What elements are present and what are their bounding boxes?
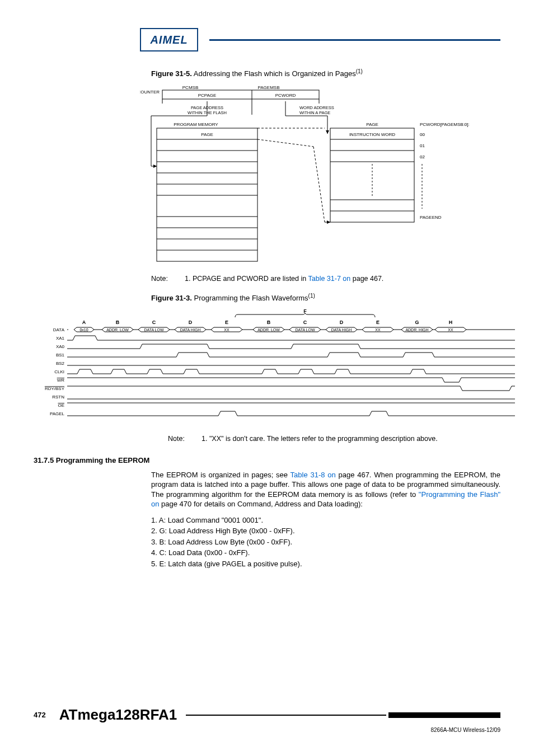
figure-31-3-title: Programming the Flash Waveforms: [192, 294, 308, 303]
figure-31-5-caption: Figure 31-5. Addressing the Flash which …: [151, 68, 500, 78]
figure-31-5-note: Note: 1. PCPAGE and PCWORD are listed in…: [151, 275, 500, 283]
svg-marker-27: [153, 165, 157, 168]
svg-text:DATA HIGH: DATA HIGH: [180, 327, 201, 331]
svg-text:XX: XX: [448, 327, 453, 331]
svg-text:PCMSB: PCMSB: [182, 85, 198, 90]
svg-text:G: G: [415, 320, 419, 325]
svg-text:PCWORD[PAGEMSB:0]:: PCWORD[PAGEMSB:0]:: [420, 122, 470, 127]
document-id: 8266A-MCU Wireless-12/09: [34, 727, 500, 733]
svg-text:00: 00: [420, 132, 425, 137]
svg-line-33: [313, 147, 325, 222]
svg-text:DATA: DATA: [53, 327, 65, 332]
svg-text:XA0: XA0: [56, 344, 65, 349]
page-footer: 472 ATmega128RFA1 8266A-MCU Wireless-12/…: [34, 706, 500, 733]
svg-text:INSTRUCTION WORD: INSTRUCTION WORD: [349, 132, 395, 137]
svg-text:PCWORD: PCWORD: [275, 93, 296, 98]
svg-text:PAGE: PAGE: [201, 132, 213, 137]
svg-text:PAGE: PAGE: [366, 122, 378, 127]
figure-31-3-diagram: F ABCDEBCDEGH DATAXA1XA0BS1BS2CLKIWRRDY/…: [34, 307, 500, 427]
section-31-7-5-heading: 31.7.5 Programming the EEPROM: [34, 456, 500, 464]
section-31-7-5-body: The EEPROM is organized in pages; see Ta…: [151, 470, 500, 509]
figure-31-3-note: Note: 1. "XX" is don't care. The letters…: [168, 435, 500, 443]
svg-text:02: 02: [420, 154, 425, 159]
svg-text:ADDR. LOW: ADDR. LOW: [106, 327, 129, 331]
svg-text:B: B: [267, 320, 271, 325]
figure-31-5-number: Figure 31-5.: [151, 69, 192, 78]
figure-31-5-diagram: PCMSB PAGEMSB PROGRAM COUNTER PCPAGE PCW…: [140, 82, 487, 267]
svg-text:OE: OE: [58, 403, 64, 408]
svg-text:ADDR. HIGH: ADDR. HIGH: [405, 327, 428, 331]
figure-31-5-title: Addressing the Flash which is Organized …: [192, 69, 356, 78]
figure-31-3-sup: (1): [308, 293, 315, 299]
svg-text:XA1: XA1: [56, 336, 65, 341]
svg-text:B: B: [116, 320, 120, 325]
svg-text:E: E: [376, 320, 380, 325]
svg-marker-53: [326, 130, 329, 134]
note-body: 1. "XX" is don't care. The letters refer…: [202, 435, 500, 443]
note-label: Note:: [151, 275, 185, 283]
header-rule: [209, 39, 500, 41]
svg-text:D: D: [340, 320, 344, 325]
footer-rule-thick: [388, 712, 500, 718]
atmel-logo: AIMEL: [140, 28, 198, 51]
svg-text:BS1: BS1: [56, 353, 65, 358]
svg-text:BS2: BS2: [56, 361, 65, 366]
svg-text:C: C: [303, 320, 307, 325]
step-4: 4. C: Load Data (0x00 - 0xFF).: [151, 547, 500, 558]
chip-name: ATmega128RFA1: [59, 706, 177, 724]
svg-text:A: A: [82, 320, 86, 325]
svg-text:WORD ADDRESS: WORD ADDRESS: [299, 105, 334, 110]
svg-text:0x10: 0x10: [79, 327, 88, 331]
svg-rect-15: [157, 128, 257, 261]
svg-text:CLKI: CLKI: [54, 369, 64, 374]
svg-text:RSTN: RSTN: [52, 395, 64, 400]
table-31-8-link[interactable]: Table 31-8 on: [291, 471, 336, 479]
svg-text:D: D: [189, 320, 193, 325]
note-body: 1. PCPAGE and PCWORD are listed in Table…: [185, 275, 500, 283]
svg-text:RDY/BSY: RDY/BSY: [45, 386, 65, 391]
svg-line-32: [257, 139, 313, 147]
step-5: 5. E: Latch data (give PAGEL a positive …: [151, 558, 500, 570]
header-bar: AIMEL: [140, 28, 500, 51]
svg-text:DATA HIGH: DATA HIGH: [331, 327, 352, 331]
svg-marker-34: [327, 220, 330, 224]
svg-text:PROGRAM COUNTER: PROGRAM COUNTER: [140, 90, 160, 95]
svg-text:PAGEEND: PAGEEND: [420, 215, 442, 220]
footer-rule: [186, 715, 386, 716]
note-label: Note:: [168, 435, 202, 443]
table-31-7-link[interactable]: Table 31-7 on: [308, 275, 350, 283]
svg-text:PCPAGE: PCPAGE: [198, 93, 217, 98]
figure-31-5-sup: (1): [356, 68, 363, 74]
svg-text:DATA LOW: DATA LOW: [144, 327, 164, 331]
svg-text:XX: XX: [375, 327, 381, 331]
step-3: 3. B: Load Address Low Byte (0x00 - 0xFF…: [151, 537, 500, 548]
svg-text:DATA LOW: DATA LOW: [295, 327, 315, 331]
svg-text:XX: XX: [224, 327, 229, 331]
figure-31-3-caption: Figure 31-3. Programming the Flash Wavef…: [151, 293, 500, 302]
svg-text:PAGEL: PAGEL: [50, 411, 65, 416]
svg-text:H: H: [449, 320, 453, 325]
step-1: 1. A: Load Command "0001 0001".: [151, 515, 500, 526]
svg-text:WR: WR: [57, 378, 65, 383]
svg-text:01: 01: [420, 143, 425, 148]
figure-31-3-number: Figure 31-3.: [151, 294, 192, 303]
step-2: 2. G: Load Address High Byte (0x00 - 0xF…: [151, 525, 500, 537]
page-number: 472: [34, 711, 46, 719]
svg-text:ADDR. LOW: ADDR. LOW: [257, 327, 280, 331]
svg-text:PAGEMSB: PAGEMSB: [258, 85, 280, 90]
svg-text:WITHIN A PAGE: WITHIN A PAGE: [299, 110, 330, 115]
svg-text:PROGRAM MEMORY: PROGRAM MEMORY: [174, 122, 218, 127]
svg-text:E: E: [225, 320, 228, 325]
svg-text:C: C: [152, 320, 156, 325]
